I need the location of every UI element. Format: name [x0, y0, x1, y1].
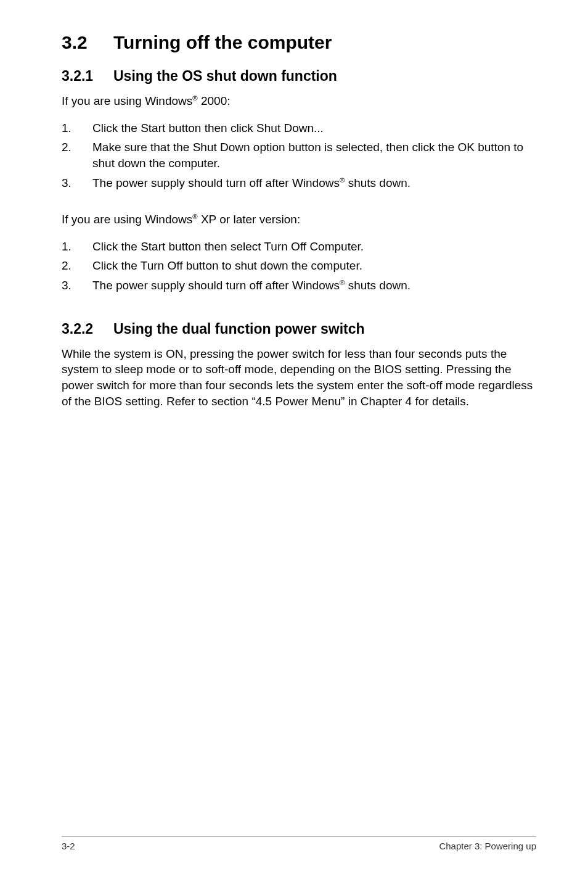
text: 2000:	[198, 94, 231, 107]
subsection-number: 3.2.2	[62, 321, 113, 337]
intro-paragraph: If you are using Windows® XP or later ve…	[62, 212, 536, 228]
subsection-heading: 3.2.2Using the dual function power switc…	[62, 321, 536, 337]
item-number: 1.	[62, 239, 92, 255]
page: 3.2Turning off the computer 3.2.1Using t…	[0, 0, 588, 887]
item-text: Make sure that the Shut Down option butt…	[92, 139, 536, 171]
subsection-title: Using the OS shut down function	[113, 68, 337, 84]
section-number: 3.2	[62, 32, 113, 53]
text: If you are using Windows	[62, 94, 192, 107]
page-number: 3-2	[62, 841, 75, 851]
registered-mark: ®	[192, 213, 197, 220]
text: The power supply should turn off after W…	[92, 176, 340, 189]
item-text: The power supply should turn off after W…	[92, 278, 536, 294]
steps-list: 1. Click the Start button then select Tu…	[62, 239, 536, 294]
chapter-label: Chapter 3: Powering up	[439, 841, 536, 851]
text: shuts down.	[345, 279, 410, 292]
subsection-heading: 3.2.1Using the OS shut down function	[62, 68, 536, 85]
list-item: 3. The power supply should turn off afte…	[62, 175, 536, 191]
item-number: 2.	[62, 139, 92, 171]
item-number: 3.	[62, 175, 92, 191]
text: The power supply should turn off after W…	[92, 279, 340, 292]
subsection-title: Using the dual function power switch	[113, 321, 365, 337]
intro-paragraph: If you are using Windows® 2000:	[62, 93, 536, 109]
section-title: Turning off the computer	[113, 32, 332, 52]
item-number: 2.	[62, 258, 92, 274]
text: shuts down.	[345, 176, 410, 189]
body-paragraph: While the system is ON, pressing the pow…	[62, 346, 536, 410]
text: XP or later version:	[198, 213, 301, 226]
list-item: 3. The power supply should turn off afte…	[62, 278, 536, 294]
list-item: 2. Click the Turn Off button to shut dow…	[62, 258, 536, 274]
list-item: 2. Make sure that the Shut Down option b…	[62, 139, 536, 171]
subsection-number: 3.2.1	[62, 68, 113, 85]
list-item: 1. Click the Start button then select Tu…	[62, 239, 536, 255]
section-heading: 3.2Turning off the computer	[62, 32, 536, 53]
text: If you are using Windows	[62, 213, 192, 226]
item-text: Click the Turn Off button to shut down t…	[92, 258, 536, 274]
item-text: Click the Start button then select Turn …	[92, 239, 536, 255]
item-number: 3.	[62, 278, 92, 294]
item-number: 1.	[62, 120, 92, 136]
steps-list: 1. Click the Start button then click Shu…	[62, 120, 536, 191]
page-footer: 3-2 Chapter 3: Powering up	[62, 836, 536, 851]
item-text: Click the Start button then click Shut D…	[92, 120, 536, 136]
item-text: The power supply should turn off after W…	[92, 175, 536, 191]
registered-mark: ®	[192, 94, 197, 102]
list-item: 1. Click the Start button then click Shu…	[62, 120, 536, 136]
